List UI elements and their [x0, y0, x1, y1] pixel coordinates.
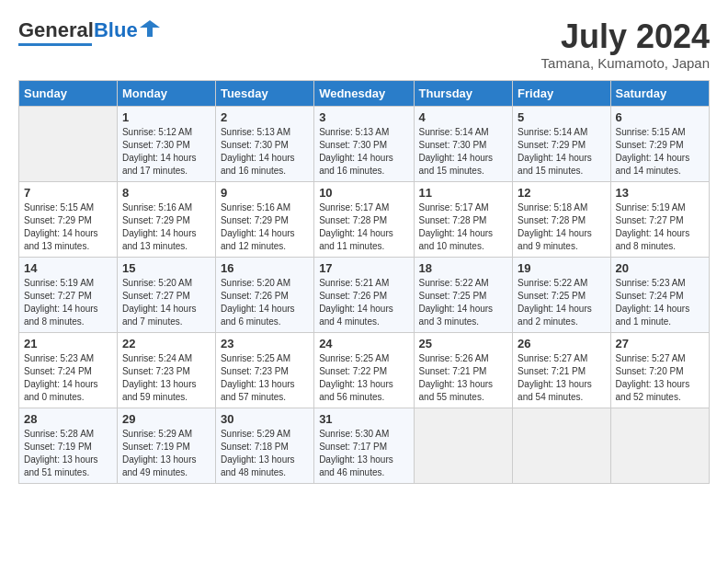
calendar-day-cell: 7Sunrise: 5:15 AM Sunset: 7:29 PM Daylig…	[19, 181, 118, 257]
day-info: Sunrise: 5:17 AM Sunset: 7:28 PM Dayligh…	[319, 201, 408, 253]
day-info: Sunrise: 5:27 AM Sunset: 7:21 PM Dayligh…	[518, 352, 605, 404]
calendar-week-row: 21Sunrise: 5:23 AM Sunset: 7:24 PM Dayli…	[19, 332, 710, 408]
day-number: 27	[616, 337, 704, 350]
day-info: Sunrise: 5:29 AM Sunset: 7:18 PM Dayligh…	[221, 428, 309, 479]
day-info: Sunrise: 5:19 AM Sunset: 7:27 PM Dayligh…	[616, 201, 704, 253]
calendar-day-cell: 31Sunrise: 5:30 AM Sunset: 7:17 PM Dayli…	[314, 408, 414, 483]
calendar-day-cell: 16Sunrise: 5:20 AM Sunset: 7:26 PM Dayli…	[215, 257, 313, 332]
calendar-day-cell: 8Sunrise: 5:16 AM Sunset: 7:29 PM Daylig…	[117, 181, 215, 257]
day-number: 9	[221, 186, 309, 200]
day-info: Sunrise: 5:16 AM Sunset: 7:29 PM Dayligh…	[221, 201, 309, 253]
day-info: Sunrise: 5:22 AM Sunset: 7:25 PM Dayligh…	[419, 277, 508, 328]
calendar-day-cell: 1Sunrise: 5:12 AM Sunset: 7:30 PM Daylig…	[117, 106, 215, 181]
day-info: Sunrise: 5:25 AM Sunset: 7:23 PM Dayligh…	[221, 352, 309, 404]
logo-general-text: General	[18, 18, 94, 41]
day-number: 10	[319, 186, 408, 200]
calendar-day-cell: 13Sunrise: 5:19 AM Sunset: 7:27 PM Dayli…	[610, 181, 709, 257]
day-of-week-header: Monday	[117, 80, 215, 106]
day-number: 13	[616, 186, 704, 200]
day-number: 26	[518, 337, 605, 350]
day-info: Sunrise: 5:13 AM Sunset: 7:30 PM Dayligh…	[319, 126, 408, 178]
day-info: Sunrise: 5:29 AM Sunset: 7:19 PM Dayligh…	[122, 428, 210, 479]
day-number: 5	[518, 110, 605, 124]
calendar-day-cell: 6Sunrise: 5:15 AM Sunset: 7:29 PM Daylig…	[610, 106, 709, 181]
day-info: Sunrise: 5:26 AM Sunset: 7:21 PM Dayligh…	[419, 352, 508, 404]
calendar-day-cell: 20Sunrise: 5:23 AM Sunset: 7:24 PM Dayli…	[610, 257, 709, 332]
calendar-week-row: 1Sunrise: 5:12 AM Sunset: 7:30 PM Daylig…	[19, 106, 710, 181]
day-number: 20	[616, 261, 704, 275]
calendar-week-row: 7Sunrise: 5:15 AM Sunset: 7:29 PM Daylig…	[19, 181, 710, 257]
calendar-day-cell: 5Sunrise: 5:14 AM Sunset: 7:29 PM Daylig…	[513, 106, 610, 181]
month-year-title: July 2024	[541, 18, 710, 55]
day-info: Sunrise: 5:15 AM Sunset: 7:29 PM Dayligh…	[616, 126, 704, 178]
calendar-day-cell	[414, 408, 513, 483]
calendar-day-cell: 28Sunrise: 5:28 AM Sunset: 7:19 PM Dayli…	[19, 408, 118, 483]
calendar-day-cell: 29Sunrise: 5:29 AM Sunset: 7:19 PM Dayli…	[117, 408, 215, 483]
day-number: 3	[319, 110, 408, 124]
calendar-day-cell: 14Sunrise: 5:19 AM Sunset: 7:27 PM Dayli…	[19, 257, 118, 332]
day-info: Sunrise: 5:14 AM Sunset: 7:30 PM Dayligh…	[419, 126, 508, 178]
day-number: 4	[419, 110, 508, 124]
day-number: 25	[419, 337, 508, 350]
calendar-day-cell: 3Sunrise: 5:13 AM Sunset: 7:30 PM Daylig…	[314, 106, 414, 181]
day-info: Sunrise: 5:17 AM Sunset: 7:28 PM Dayligh…	[419, 201, 508, 253]
day-number: 15	[122, 261, 210, 275]
day-number: 31	[319, 412, 408, 426]
day-info: Sunrise: 5:13 AM Sunset: 7:30 PM Dayligh…	[221, 126, 309, 178]
day-info: Sunrise: 5:18 AM Sunset: 7:28 PM Dayligh…	[518, 201, 605, 253]
calendar-day-cell: 18Sunrise: 5:22 AM Sunset: 7:25 PM Dayli…	[414, 257, 513, 332]
calendar-day-cell	[19, 106, 118, 181]
calendar-day-cell: 17Sunrise: 5:21 AM Sunset: 7:26 PM Dayli…	[314, 257, 414, 332]
day-number: 29	[122, 412, 210, 426]
day-info: Sunrise: 5:30 AM Sunset: 7:17 PM Dayligh…	[319, 428, 408, 479]
day-of-week-header: Wednesday	[314, 80, 414, 106]
day-number: 8	[122, 186, 210, 200]
calendar-day-cell	[513, 408, 610, 483]
calendar-day-cell: 15Sunrise: 5:20 AM Sunset: 7:27 PM Dayli…	[117, 257, 215, 332]
logo-blue-text: Blue	[94, 18, 138, 41]
day-of-week-header: Thursday	[414, 80, 513, 106]
day-info: Sunrise: 5:12 AM Sunset: 7:30 PM Dayligh…	[122, 126, 210, 178]
day-number: 18	[419, 261, 508, 275]
day-info: Sunrise: 5:20 AM Sunset: 7:27 PM Dayligh…	[122, 277, 210, 328]
day-info: Sunrise: 5:27 AM Sunset: 7:20 PM Dayligh…	[616, 352, 704, 404]
title-block: July 2024 Tamana, Kumamoto, Japan	[541, 18, 710, 71]
calendar-day-cell: 4Sunrise: 5:14 AM Sunset: 7:30 PM Daylig…	[414, 106, 513, 181]
day-info: Sunrise: 5:16 AM Sunset: 7:29 PM Dayligh…	[122, 201, 210, 253]
day-number: 2	[221, 110, 309, 124]
calendar-day-cell: 19Sunrise: 5:22 AM Sunset: 7:25 PM Dayli…	[513, 257, 610, 332]
calendar-day-cell: 2Sunrise: 5:13 AM Sunset: 7:30 PM Daylig…	[215, 106, 313, 181]
calendar-day-cell: 26Sunrise: 5:27 AM Sunset: 7:21 PM Dayli…	[513, 332, 610, 408]
calendar-day-cell: 23Sunrise: 5:25 AM Sunset: 7:23 PM Dayli…	[215, 332, 313, 408]
day-number: 23	[221, 337, 309, 350]
day-of-week-header: Tuesday	[215, 80, 313, 106]
day-info: Sunrise: 5:19 AM Sunset: 7:27 PM Dayligh…	[24, 277, 112, 328]
day-number: 14	[24, 261, 112, 275]
calendar-header-row: SundayMondayTuesdayWednesdayThursdayFrid…	[19, 80, 710, 106]
page-header: GeneralBlue July 2024 Tamana, Kumamoto, …	[18, 18, 710, 71]
calendar-day-cell: 10Sunrise: 5:17 AM Sunset: 7:28 PM Dayli…	[314, 181, 414, 257]
calendar-table: SundayMondayTuesdayWednesdayThursdayFrid…	[18, 80, 710, 484]
day-info: Sunrise: 5:22 AM Sunset: 7:25 PM Dayligh…	[518, 277, 605, 328]
day-number: 28	[24, 412, 112, 426]
day-info: Sunrise: 5:24 AM Sunset: 7:23 PM Dayligh…	[122, 352, 210, 404]
calendar-day-cell: 21Sunrise: 5:23 AM Sunset: 7:24 PM Dayli…	[19, 332, 118, 408]
day-number: 16	[221, 261, 309, 275]
calendar-day-cell: 11Sunrise: 5:17 AM Sunset: 7:28 PM Dayli…	[414, 181, 513, 257]
day-info: Sunrise: 5:23 AM Sunset: 7:24 PM Dayligh…	[616, 277, 704, 328]
day-number: 7	[24, 186, 112, 200]
day-info: Sunrise: 5:14 AM Sunset: 7:29 PM Dayligh…	[518, 126, 605, 178]
calendar-day-cell: 9Sunrise: 5:16 AM Sunset: 7:29 PM Daylig…	[215, 181, 313, 257]
day-number: 11	[419, 186, 508, 200]
calendar-day-cell: 22Sunrise: 5:24 AM Sunset: 7:23 PM Dayli…	[117, 332, 215, 408]
day-info: Sunrise: 5:25 AM Sunset: 7:22 PM Dayligh…	[319, 352, 408, 404]
day-of-week-header: Saturday	[610, 80, 709, 106]
logo-bird-icon	[140, 18, 160, 39]
day-of-week-header: Sunday	[19, 80, 118, 106]
day-of-week-header: Friday	[513, 80, 610, 106]
day-info: Sunrise: 5:28 AM Sunset: 7:19 PM Dayligh…	[24, 428, 112, 479]
day-number: 1	[122, 110, 210, 124]
day-number: 6	[616, 110, 704, 124]
day-number: 22	[122, 337, 210, 350]
calendar-day-cell: 24Sunrise: 5:25 AM Sunset: 7:22 PM Dayli…	[314, 332, 414, 408]
